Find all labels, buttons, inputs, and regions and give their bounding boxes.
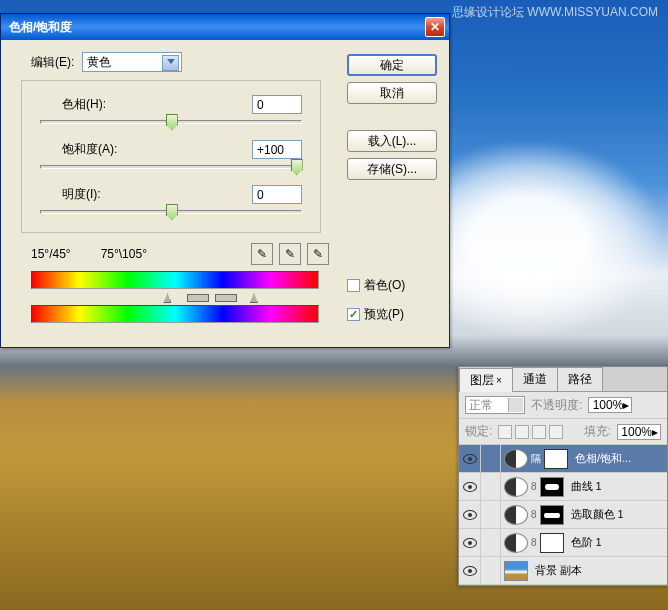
save-button[interactable]: 存储(S)... [347, 158, 437, 180]
tab-channels[interactable]: 通道 [512, 367, 558, 391]
lock-move-icon[interactable] [532, 425, 546, 439]
saturation-label: 饱和度(A): [62, 141, 117, 158]
link-icon[interactable] [481, 529, 501, 556]
range-marker-icon[interactable] [250, 293, 258, 303]
eyedropper-sub-button[interactable]: ✎ [307, 243, 329, 265]
edit-dropdown[interactable]: 黄色 [82, 52, 182, 72]
visibility-icon[interactable] [463, 538, 477, 548]
blend-mode-dropdown[interactable]: 正常 [465, 396, 525, 414]
load-button[interactable]: 载入(L)... [347, 130, 437, 152]
image-thumb-icon [504, 561, 528, 581]
hue-saturation-dialog: 色相/饱和度 ✕ 编辑(E): 黄色 色相(H): [0, 13, 450, 348]
saturation-input[interactable] [252, 140, 302, 159]
adjustment-thumb-icon [504, 505, 528, 525]
layer-name: 背景 副本 [531, 563, 667, 578]
eyedropper-minus-icon: ✎ [313, 247, 323, 261]
layer-list: 隔 色相/饱和... 8 曲线 1 8 选取颜色 1 8 色阶 1 [459, 445, 667, 585]
slider-thumb-icon[interactable] [291, 159, 303, 175]
range-bar-icon[interactable] [215, 294, 237, 302]
hue-spectrum-top [31, 271, 319, 289]
watermark: 思缘设计论坛 WWW.MISSYUAN.COM [452, 4, 658, 21]
edit-label: 编辑(E): [31, 54, 74, 71]
lock-paint-icon[interactable] [515, 425, 529, 439]
hue-input[interactable] [252, 95, 302, 114]
link-icon[interactable] [481, 445, 501, 472]
mask-thumb-icon [540, 477, 564, 497]
layer-item[interactable]: 8 选取颜色 1 [459, 501, 667, 529]
eyedropper-plus-icon: ✎ [285, 247, 295, 261]
lightness-slider[interactable] [40, 210, 302, 214]
hue-label: 色相(H): [62, 96, 106, 113]
titlebar[interactable]: 色相/饱和度 ✕ [1, 14, 449, 40]
slider-thumb-icon[interactable] [166, 114, 178, 130]
link-icon[interactable] [481, 501, 501, 528]
mask-thumb-icon [544, 449, 568, 469]
adjustment-thumb-icon [504, 533, 528, 553]
layer-name: 曲线 1 [567, 479, 667, 494]
lock-label: 锁定: [465, 423, 492, 440]
chevron-down-icon [167, 59, 175, 64]
close-button[interactable]: ✕ [425, 17, 445, 37]
lightness-label: 明度(I): [62, 186, 101, 203]
range-marker-icon[interactable] [163, 293, 171, 303]
close-icon: × [496, 375, 502, 386]
link-icon[interactable] [481, 473, 501, 500]
hue-range-markers[interactable] [31, 293, 319, 305]
range-bar-icon[interactable] [187, 294, 209, 302]
eyedropper-icon: ✎ [257, 247, 267, 261]
fill-input[interactable]: 100%▸ [617, 424, 661, 440]
chevron-icon: ▸ [623, 398, 629, 412]
mask-thumb-icon [540, 505, 564, 525]
link-icon[interactable] [481, 557, 501, 584]
adjustment-thumb-icon [504, 449, 528, 469]
mask-thumb-icon [540, 533, 564, 553]
visibility-icon[interactable] [463, 482, 477, 492]
tab-paths[interactable]: 路径 [557, 367, 603, 391]
layer-name: 色阶 1 [567, 535, 667, 550]
ok-button[interactable]: 确定 [347, 54, 437, 76]
opacity-input[interactable]: 100%▸ [588, 397, 632, 413]
layers-panel: 图层× 通道 路径 正常 不透明度: 100%▸ 锁定: 填充: 100%▸ 隔… [458, 366, 668, 586]
opacity-label: 不透明度: [531, 397, 582, 414]
colorize-checkbox[interactable] [347, 279, 360, 292]
chevron-icon: ▸ [652, 425, 658, 439]
layer-item[interactable]: 背景 副本 [459, 557, 667, 585]
range-left: 15°/45° [31, 247, 71, 261]
colorize-label: 着色(O) [364, 277, 405, 294]
preview-label: 预览(P) [364, 306, 404, 323]
layer-name: 选取颜色 1 [567, 507, 667, 522]
visibility-icon[interactable] [463, 454, 477, 464]
range-right: 75°\105° [101, 247, 147, 261]
slider-thumb-icon[interactable] [166, 204, 178, 220]
hue-slider[interactable] [40, 120, 302, 124]
hue-spectrum-bottom [31, 305, 319, 323]
tab-layers[interactable]: 图层× [459, 368, 513, 392]
fill-label: 填充: [584, 423, 611, 440]
saturation-slider[interactable] [40, 165, 302, 169]
lock-transparency-icon[interactable] [498, 425, 512, 439]
visibility-icon[interactable] [463, 566, 477, 576]
close-icon: ✕ [430, 20, 440, 34]
lightness-input[interactable] [252, 185, 302, 204]
visibility-icon[interactable] [463, 510, 477, 520]
layer-name: 色相/饱和... [571, 451, 667, 466]
panel-tabs: 图层× 通道 路径 [459, 367, 667, 392]
eyedropper-add-button[interactable]: ✎ [279, 243, 301, 265]
dialog-title: 色相/饱和度 [9, 19, 425, 36]
layer-item[interactable]: 8 曲线 1 [459, 473, 667, 501]
layer-item[interactable]: 8 色阶 1 [459, 529, 667, 557]
layer-item[interactable]: 隔 色相/饱和... [459, 445, 667, 473]
adjustment-thumb-icon [504, 477, 528, 497]
lock-all-icon[interactable] [549, 425, 563, 439]
preview-checkbox[interactable] [347, 308, 360, 321]
eyedropper-button[interactable]: ✎ [251, 243, 273, 265]
cancel-button[interactable]: 取消 [347, 82, 437, 104]
